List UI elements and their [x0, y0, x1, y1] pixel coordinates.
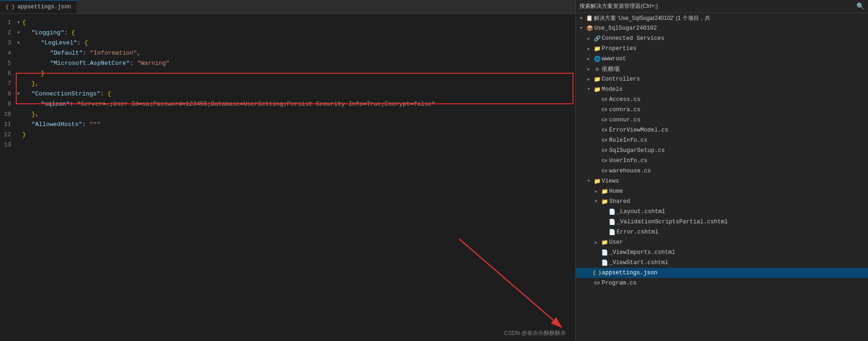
expand-icon[interactable] — [592, 249, 600, 256]
tree-label-home: Home — [609, 188, 623, 195]
expand-icon[interactable] — [585, 279, 592, 287]
tree-item-deps[interactable]: ▶⚙依赖项 — [576, 64, 868, 74]
solution-label: 解决方案 'Use_SqlSugar240102' (1 个项目，共 — [594, 14, 710, 22]
active-tab[interactable]: { } appsettings.json — [0, 0, 77, 13]
tree-label-layout-cshtml: _Layout.cshtml — [617, 208, 665, 215]
tree-label-validationscripts-cshtml: _ValidationScriptsPartial.cshtml — [617, 219, 728, 225]
tree-item-connra-cs[interactable]: C#connra.cs — [576, 105, 868, 115]
expand-icon[interactable]: ▶ — [585, 65, 592, 73]
file-icon-user: 📁 — [601, 239, 608, 246]
code-line: 11"AllowedHosts": "*" — [2, 120, 575, 130]
tab-label: appsettings.json — [18, 4, 71, 10]
tree-label-controllers: Controllers — [602, 76, 640, 82]
tree-item-validationscripts-cshtml[interactable]: 📄_ValidationScriptsPartial.cshtml — [576, 217, 868, 227]
expand-icon[interactable] — [600, 228, 607, 236]
expand-icon[interactable] — [592, 106, 600, 114]
tree-label-access-cs: Access.cs — [609, 96, 641, 103]
expand-icon[interactable]: ▼ — [585, 177, 592, 185]
tree-label-connur-cs: connur.cs — [609, 117, 641, 123]
expand-icon[interactable] — [600, 218, 607, 226]
expand-icon[interactable]: ▶ — [585, 35, 592, 42]
tree-label-views: Views — [602, 178, 619, 184]
expand-icon[interactable]: ▶ — [592, 188, 600, 195]
tree-item-errorviewmodel-cs[interactable]: C#ErrorViewModel.cs — [576, 125, 868, 135]
expand-icon[interactable]: ▶ — [585, 55, 592, 63]
tree-item-appsettings-json[interactable]: { }appsettings.json — [576, 268, 868, 278]
tree-item-error-cshtml[interactable]: 📄Error.cshtml — [576, 227, 868, 237]
expand-icon[interactable]: ▶ — [585, 45, 592, 52]
expand-icon[interactable] — [592, 126, 600, 134]
expand-icon[interactable] — [592, 259, 600, 266]
tree-item-home[interactable]: ▶📁Home — [576, 186, 868, 196]
tree-item-sqlsugarsetup-cs[interactable]: C#SqlSugarSetup.cs — [576, 145, 868, 156]
tab-bar: { } appsettings.json — [0, 0, 575, 14]
sidebar-header: 搜索解决方案资源管理器(Ctrl+;) 🔍 — [576, 0, 868, 13]
tree-label-errorviewmodel-cs: ErrorViewModel.cs — [609, 127, 669, 133]
code-text: "ConnectionStrings": { — [32, 89, 575, 99]
tree-label-viewstart-cshtml: _ViewStart.cshtml — [609, 259, 669, 266]
tree-label-error-cshtml: Error.cshtml — [617, 229, 658, 235]
tree-item-warehouse-cs[interactable]: C#warehouse.cs — [576, 166, 868, 176]
expand-icon[interactable] — [585, 269, 592, 277]
file-icon-controllers: 📁 — [593, 76, 601, 83]
file-icon-access-cs: C# — [601, 96, 608, 103]
watermark: CSDN @泰亦办酥酥酥亦 — [504, 329, 566, 337]
tree-item-access-cs[interactable]: C#Access.cs — [576, 95, 868, 105]
tree-item-views[interactable]: ▼📁Views — [576, 176, 868, 186]
expand-icon[interactable] — [592, 116, 600, 124]
tree-item-viewstart-cshtml[interactable]: 📄_ViewStart.cshtml — [576, 258, 868, 268]
expand-icon[interactable]: ▶ — [592, 239, 600, 246]
search-icon-btn[interactable]: 🔍 — [856, 2, 864, 10]
tree-label-roleinfo-cs: RoleInfo.cs — [609, 137, 648, 144]
tree-label-properties: Properties — [602, 45, 637, 52]
expand-icon[interactable] — [592, 167, 600, 175]
tree-area[interactable]: ▼📦Use_SqlSugar240102▶🔗Connected Services… — [576, 23, 868, 341]
expand-icon[interactable] — [592, 96, 600, 103]
code-line: 8▼"ConnectionStrings": { — [2, 89, 575, 99]
collapse-icon[interactable]: ▼ — [16, 20, 21, 25]
tree-item-models[interactable]: ▼📁Models — [576, 84, 868, 95]
collapse-icon[interactable]: ▼ — [16, 30, 21, 36]
tree-item-layout-cshtml[interactable]: 📄_Layout.cshtml — [576, 207, 868, 217]
code-text: "Microsoft.AspNetCore": "Warning" — [50, 58, 575, 69]
tree-label-user: User — [609, 239, 623, 246]
tree-item-viewimports-cshtml[interactable]: 📄_ViewImports.cshtml — [576, 247, 868, 258]
expand-icon[interactable]: ▼ — [585, 86, 592, 93]
expand-icon[interactable] — [600, 208, 607, 215]
code-text: }, — [32, 79, 575, 89]
expand-icon[interactable] — [592, 147, 600, 154]
file-icon-viewimports-cshtml: 📄 — [601, 249, 608, 256]
code-line: 3▼"LogLevel": { — [2, 38, 575, 48]
tree-label-viewimports-cshtml: _ViewImports.cshtml — [609, 249, 675, 256]
tree-item-shared[interactable]: ▼📁Shared — [576, 196, 868, 207]
code-line: 5"Microsoft.AspNetCore": "Warning" — [2, 58, 575, 69]
collapse-icon[interactable]: ▼ — [16, 40, 21, 46]
code-line: 2▼"Logging": { — [2, 28, 575, 38]
tree-item-program-cs[interactable]: C#Program.cs — [576, 278, 868, 288]
expand-icon[interactable] — [592, 157, 600, 164]
file-icon-connur-cs: C# — [601, 116, 608, 124]
tree-item-controllers[interactable]: ▶📁Controllers — [576, 74, 868, 84]
expand-icon[interactable]: ▶ — [585, 76, 592, 83]
file-icon-properties: 📁 — [593, 45, 601, 52]
tree-item-userinfo-cs[interactable]: C#UserInfo.cs — [576, 156, 868, 166]
tree-item-solution[interactable]: ▼📦Use_SqlSugar240102 — [576, 23, 868, 33]
expand-icon[interactable]: ▼ — [578, 25, 585, 32]
tree-item-connected-services[interactable]: ▶🔗Connected Services — [576, 33, 868, 44]
tree-item-wwwroot[interactable]: ▶🌐wwwroot — [576, 54, 868, 64]
tree-item-roleinfo-cs[interactable]: C#RoleInfo.cs — [576, 135, 868, 145]
tree-item-connur-cs[interactable]: C#connur.cs — [576, 115, 868, 125]
expand-icon[interactable]: ▼ — [592, 198, 600, 205]
tree-item-user[interactable]: ▶📁User — [576, 237, 868, 247]
code-content[interactable]: 1▼{2▼"Logging": {3▼"LogLevel": {4"Defaul… — [0, 16, 575, 341]
code-line: 1▼{ — [2, 18, 575, 28]
code-editor: { } appsettings.json 1▼{2▼"Logging": {3▼… — [0, 0, 575, 341]
collapse-icon[interactable]: ▼ — [16, 91, 21, 97]
tree-item-properties[interactable]: ▶📁Properties — [576, 44, 868, 54]
solution-expand[interactable]: ▼ — [578, 14, 585, 22]
tree-label-warehouse-cs: warehouse.cs — [609, 168, 651, 174]
file-icon-warehouse-cs: C# — [601, 167, 608, 175]
expand-icon[interactable] — [592, 137, 600, 144]
file-icon-models: 📁 — [593, 86, 601, 93]
code-text: "LogLevel": { — [41, 38, 575, 48]
